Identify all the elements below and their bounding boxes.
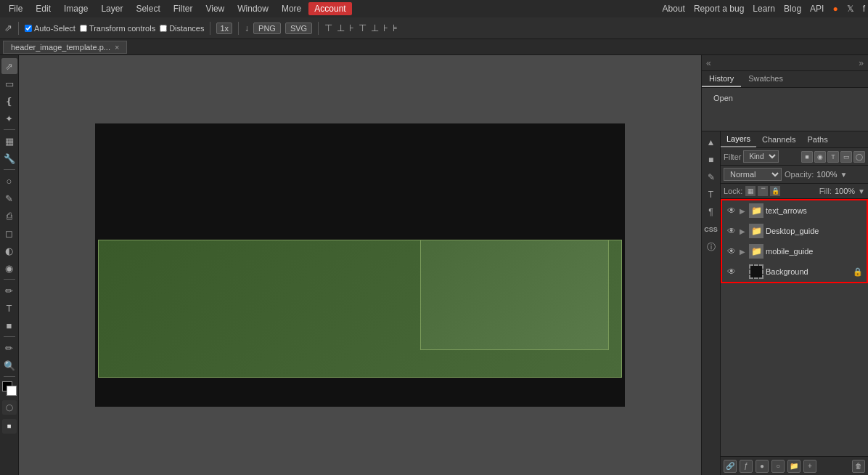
zoom-tool[interactable]: 🔍 <box>1 357 17 373</box>
distances-input[interactable] <box>160 25 167 32</box>
menu-layer[interactable]: Layer <box>95 2 128 15</box>
layer-item-desktop-guide[interactable]: 👁 ▶ 📁 Desktop_guide <box>722 221 867 241</box>
align-middle-icon[interactable]: ⊥ <box>371 23 379 33</box>
paragraph-side-icon[interactable]: ¶ <box>703 204 719 220</box>
heal-tool[interactable]: ○ <box>1 173 17 189</box>
layer-eye-text-arrows[interactable]: 👁 <box>726 205 737 216</box>
export-png-button[interactable]: PNG <box>253 23 281 34</box>
filter-type-icon[interactable]: T <box>827 151 839 163</box>
delete-layer-button[interactable]: 🗑 <box>852 460 865 473</box>
align-right-icon[interactable]: ⊦ <box>349 23 354 33</box>
twitter-icon[interactable]: 𝕏 <box>847 4 854 14</box>
eraser-tool[interactable]: ◻ <box>1 225 17 241</box>
transform-controls-checkbox[interactable]: Transform controls <box>80 24 155 33</box>
align-top-icon[interactable]: ⊤ <box>359 23 367 33</box>
text-tool[interactable]: T <box>1 300 17 316</box>
lock-pixels-icon[interactable]: ▦ <box>745 186 756 196</box>
quick-mask-btn[interactable]: ◯ <box>2 400 17 415</box>
css-side-icon[interactable]: CSS <box>703 222 719 238</box>
lock-all-icon[interactable]: 🔒 <box>770 186 780 196</box>
menu-image[interactable]: Image <box>58 2 94 15</box>
zoom-level[interactable]: 1x <box>216 23 232 34</box>
panel-collapse-right[interactable]: » <box>857 57 865 70</box>
type-side-icon[interactable]: T <box>703 187 719 203</box>
dodge-tool[interactable]: ◉ <box>1 260 17 276</box>
layer-expand-mobile-guide[interactable]: ▶ <box>740 248 747 256</box>
clone-tool[interactable]: ⎙ <box>1 208 17 224</box>
filter-shape-icon[interactable]: ▭ <box>840 151 852 163</box>
file-tab[interactable]: header_image_template.p... × <box>3 41 127 54</box>
pen-tool[interactable]: ✏ <box>1 283 17 299</box>
adjustment-layer-button[interactable]: ○ <box>771 460 785 473</box>
link-layers-button[interactable]: 🔗 <box>724 460 737 473</box>
screen-mode-btn[interactable]: ◽ <box>2 419 17 434</box>
swatches-side-icon[interactable]: ■ <box>703 152 719 168</box>
tab-close-button[interactable]: × <box>115 43 119 52</box>
layer-expand-desktop-guide[interactable]: ▶ <box>740 227 747 235</box>
hand-tool[interactable]: ✏ <box>1 340 17 356</box>
blend-mode-select[interactable]: Normal <box>724 168 782 181</box>
move-tool[interactable]: ⇗ <box>1 58 17 74</box>
reddit-icon[interactable]: ● <box>832 4 838 14</box>
history-tab[interactable]: History <box>702 71 741 87</box>
align-bottom-icon[interactable]: ⊦ <box>383 23 388 33</box>
lasso-tool[interactable]: ❴ <box>1 93 17 109</box>
report-bug-link[interactable]: Report a bug <box>694 4 744 14</box>
layer-item-background[interactable]: 👁 Background 🔒 <box>722 261 867 282</box>
fill-value[interactable]: 100% <box>835 187 855 195</box>
brush-tool[interactable]: ✎ <box>1 190 17 206</box>
fill-dropdown-icon[interactable]: ▼ <box>858 187 865 195</box>
align-center-icon[interactable]: ⊥ <box>337 23 345 33</box>
filter-smart-icon[interactable]: ◯ <box>853 151 865 163</box>
transform-controls-input[interactable] <box>80 25 87 32</box>
opacity-dropdown-icon[interactable]: ▼ <box>840 171 848 179</box>
layer-item-mobile-guide[interactable]: 👁 ▶ 📁 mobile_guide <box>722 241 867 261</box>
crop-tool[interactable]: ▦ <box>1 133 17 149</box>
layer-eye-background[interactable]: 👁 <box>726 266 737 277</box>
align-left-icon[interactable]: ⊤ <box>324 23 332 33</box>
export-svg-button[interactable]: SVG <box>285 23 312 34</box>
about-link[interactable]: About <box>663 4 685 14</box>
magic-wand-tool[interactable]: ✦ <box>1 110 17 126</box>
select-rect-tool[interactable]: ▭ <box>1 76 17 92</box>
color-display[interactable] <box>2 381 17 396</box>
menu-window[interactable]: Window <box>232 2 274 15</box>
add-mask-button[interactable]: ● <box>756 460 769 473</box>
menu-account[interactable]: Account <box>308 2 351 15</box>
gradient-tool[interactable]: ◐ <box>1 243 17 259</box>
menu-edit[interactable]: Edit <box>30 2 57 15</box>
paths-tab[interactable]: Paths <box>802 132 834 147</box>
layer-expand-text-arrows[interactable]: ▶ <box>740 207 747 215</box>
lock-position-icon[interactable]: ⎺ <box>758 186 768 196</box>
brush-side-icon[interactable]: ✎ <box>703 169 719 185</box>
new-layer-button[interactable]: + <box>803 460 816 473</box>
menu-file[interactable]: File <box>3 2 28 15</box>
learn-link[interactable]: Learn <box>753 4 775 14</box>
distances-checkbox[interactable]: Distances <box>160 24 204 33</box>
layer-eye-mobile-guide[interactable]: 👁 <box>726 245 737 257</box>
menu-more[interactable]: More <box>276 2 307 15</box>
layer-effects-button[interactable]: ƒ <box>740 460 753 473</box>
facebook-icon[interactable]: f <box>863 4 865 14</box>
filter-pixel-icon[interactable]: ■ <box>801 151 813 163</box>
menu-filter[interactable]: Filter <box>168 2 199 15</box>
menu-select[interactable]: Select <box>130 2 165 15</box>
api-link[interactable]: API <box>810 4 824 14</box>
history-side-icon[interactable]: ▲ <box>703 134 719 150</box>
distribute-icon[interactable]: ⊧ <box>393 23 398 33</box>
layer-eye-desktop-guide[interactable]: 👁 <box>726 225 737 237</box>
auto-select-checkbox[interactable]: Auto-Select <box>25 24 75 33</box>
menu-view[interactable]: View <box>200 2 230 15</box>
swatches-tab[interactable]: Swatches <box>741 71 790 87</box>
background-color[interactable] <box>7 386 17 396</box>
eyedropper-tool[interactable]: 🔧 <box>1 150 17 166</box>
channels-tab[interactable]: Channels <box>756 132 801 147</box>
history-open-item[interactable]: Open <box>708 91 862 105</box>
panel-collapse-left[interactable]: « <box>705 57 713 70</box>
layers-tab[interactable]: Layers <box>721 131 756 147</box>
auto-select-input[interactable] <box>25 25 32 32</box>
shape-tool[interactable]: ■ <box>1 317 17 333</box>
layer-item-text-arrows[interactable]: 👁 ▶ 📁 text_arrows <box>722 200 867 221</box>
blog-link[interactable]: Blog <box>784 4 801 14</box>
filter-adjustment-icon[interactable]: ◉ <box>814 151 826 163</box>
